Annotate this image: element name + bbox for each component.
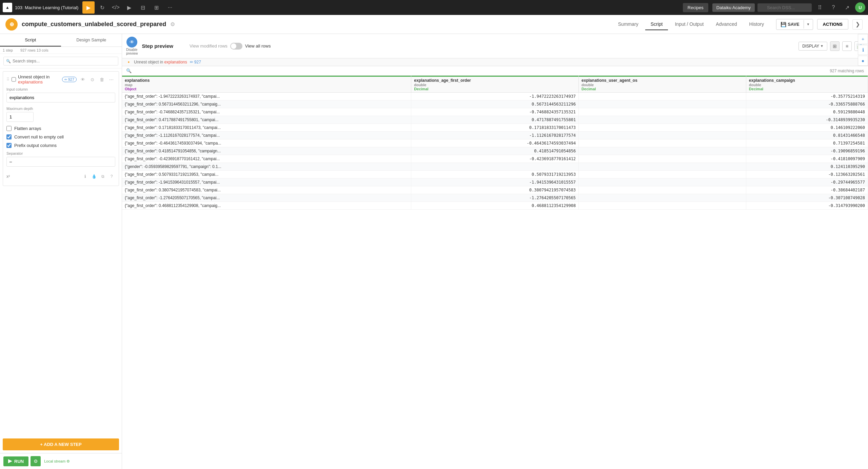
recipe-settings-icon[interactable]: ⚙: [170, 21, 175, 27]
grid-apps-icon[interactable]: ⠿: [814, 2, 825, 13]
step-settings-icon[interactable]: ⊙: [88, 75, 96, 83]
col-header-content-age: explanations_age_first_order double Deci…: [411, 77, 578, 92]
flow-icon[interactable]: ▶: [82, 1, 95, 14]
save-dropdown-arrow[interactable]: ▼: [804, 20, 813, 29]
flatten-arrays-checkbox[interactable]: [6, 126, 12, 131]
table-cell: {"gender": -0.05939589829597791, "campai…: [122, 163, 411, 171]
max-depth-input[interactable]: [6, 112, 34, 122]
table-cell: [579, 155, 746, 163]
step-info-bar: 🔸 Unnest object in explanations ✏ 927: [122, 58, 868, 66]
step-badge-pencil-icon: ✏: [190, 60, 193, 64]
search-input[interactable]: [757, 3, 812, 12]
code-icon[interactable]: </>: [110, 1, 122, 14]
nav-script[interactable]: Script: [645, 19, 668, 30]
separator-input[interactable]: [6, 157, 115, 167]
help-icon[interactable]: ?: [828, 2, 839, 13]
left-tabs: Script Design Sample: [0, 34, 122, 47]
step-info-count: 927: [194, 60, 201, 64]
table-cell: [411, 163, 579, 171]
tab-design-sample[interactable]: Design Sample: [61, 34, 122, 46]
grid-icon[interactable]: ⊞: [150, 1, 162, 14]
data-table: explanations map Object explanations_age…: [122, 76, 868, 210]
step-checkbox[interactable]: [12, 77, 16, 82]
nav-input-output[interactable]: Input / Output: [669, 19, 709, 30]
max-depth-label: Maximum depth: [6, 107, 115, 111]
table-cell: 0.4688112354129908: [411, 202, 579, 210]
more-icon[interactable]: ···: [164, 1, 176, 14]
save-icon: 💾: [781, 22, 786, 27]
dataiku-academy-button[interactable]: Dataiku Academy: [712, 3, 755, 12]
nav-summary[interactable]: Summary: [613, 19, 644, 30]
display-button[interactable]: DISPLAY ▼: [798, 42, 827, 51]
table-cell: 0.71397254581: [746, 139, 868, 147]
table-cell: [579, 186, 746, 194]
refresh-icon[interactable]: ↻: [96, 1, 108, 14]
table-cell: {"age_first_order": -1.9415396431015557,…: [122, 179, 411, 186]
list-view-button[interactable]: ≡: [842, 41, 852, 51]
collapse-panel-button[interactable]: ❯: [852, 19, 863, 30]
tab-script[interactable]: Script: [0, 34, 61, 46]
nav-advanced[interactable]: Advanced: [710, 19, 742, 30]
table-row: {"gender": -0.05939589829597791, "campai…: [122, 163, 868, 171]
convert-null-checkbox[interactable]: [6, 134, 12, 139]
input-column-group: Input column: [6, 87, 115, 102]
table-cell: [579, 163, 746, 171]
nav-history[interactable]: History: [744, 19, 770, 30]
preview-eye-icon: 👁: [126, 37, 137, 48]
app-logo[interactable]: ▲: [3, 3, 12, 12]
preview-button[interactable]: 👁 Disablepreview: [126, 37, 138, 55]
table-cell: 0.5079331719213953: [411, 171, 579, 179]
local-stream-settings-icon[interactable]: ⚙: [66, 459, 70, 464]
side-info-icon[interactable]: ℹ: [858, 45, 868, 55]
copy-icon[interactable]: ⧉: [99, 173, 106, 180]
col-format-explanations: Object: [125, 87, 408, 91]
recipes-button[interactable]: Recipes: [683, 3, 708, 12]
input-column-input[interactable]: [6, 93, 115, 102]
col-header-explanations[interactable]: explanations map Object: [122, 76, 411, 93]
search-wrapper: [757, 3, 812, 12]
step-name-highlight: explanations: [18, 79, 43, 85]
side-expand-icon[interactable]: +: [858, 34, 868, 44]
run-button[interactable]: RUN: [3, 456, 28, 466]
water-drop-icon[interactable]: 💧: [90, 173, 98, 180]
step-delete-icon[interactable]: 🗑: [98, 75, 106, 83]
deploy-icon[interactable]: ⊟: [137, 1, 149, 14]
user-avatar[interactable]: U: [855, 2, 865, 13]
view-modified-toggle[interactable]: [230, 43, 242, 50]
col-header-campaign[interactable]: explanations_campaign double Decimal: [746, 76, 868, 93]
table-search-bar: 🔍 927 matching rows: [122, 66, 868, 76]
run-icon[interactable]: ▶: [123, 1, 135, 14]
col-header-content-os: explanations_user_agent_os double Decima…: [579, 77, 746, 92]
step-info-link[interactable]: explanations: [164, 60, 187, 64]
local-stream-info: Local stream ⚙: [44, 459, 70, 464]
step-search-input[interactable]: [3, 57, 118, 65]
col-format-os: Decimal: [581, 87, 743, 91]
side-circle-icon[interactable]: ●: [858, 56, 868, 66]
question-icon[interactable]: ?: [108, 173, 115, 180]
save-button[interactable]: 💾 SAVE: [776, 19, 803, 30]
actions-button[interactable]: ACTIONS: [817, 19, 849, 30]
step-more-icon[interactable]: ⋯: [107, 75, 115, 83]
col-header-os[interactable]: explanations_user_agent_os double Decima…: [579, 76, 746, 93]
prefix-output-label: Prefix output columns: [14, 143, 57, 148]
matching-rows-count: 927 matching rows: [830, 69, 864, 73]
step-eye-icon[interactable]: 👁: [79, 75, 87, 83]
col-header-content-campaign: explanations_campaign double Decimal: [746, 77, 868, 92]
analytics-icon[interactable]: ↗: [842, 2, 852, 13]
table-cell: 0.418514791054856: [411, 147, 579, 155]
grid-view-button[interactable]: ⊞: [830, 41, 840, 51]
add-step-button[interactable]: + ADD A NEW STEP: [3, 438, 119, 450]
table-search-input[interactable]: [134, 68, 827, 73]
prefix-output-checkbox[interactable]: [6, 143, 12, 148]
save-label: SAVE: [788, 22, 799, 27]
table-cell: {"age_first_order": -0.46436174593037494…: [122, 139, 411, 147]
step-unnest: ⠿ Unnest object in explanations ✏ 927 👁 …: [3, 71, 119, 186]
run-settings-button[interactable]: ⚙: [31, 456, 41, 466]
view-all-rows-label: View all rows: [245, 43, 271, 49]
table-cell: [579, 116, 746, 124]
info-icon[interactable]: ℹ: [81, 173, 89, 180]
drag-handle-icon[interactable]: ⠿: [6, 77, 9, 82]
prefix-output-row: Prefix output columns: [6, 143, 115, 148]
col-header-age[interactable]: explanations_age_first_order double Deci…: [411, 76, 579, 93]
display-label: DISPLAY: [802, 44, 819, 49]
